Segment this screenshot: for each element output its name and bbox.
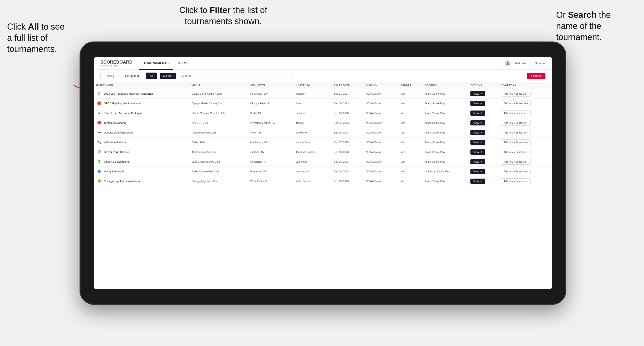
sign-out-link[interactable]: Sign out bbox=[535, 62, 546, 65]
event-name: Temple Invitational bbox=[104, 121, 126, 125]
add-to-schedule-button[interactable]: Add to My Schedule + bbox=[501, 91, 531, 97]
separator: | bbox=[530, 62, 531, 65]
filter-button[interactable]: ≡ Filter bbox=[160, 73, 176, 79]
cell-scoring: Team, Stroke Play bbox=[422, 118, 468, 128]
cell-competing: Add to My Schedule + bbox=[499, 99, 552, 108]
cell-hosted-by: Wake Forest bbox=[293, 176, 332, 186]
cell-competing: Add to My Schedule + bbox=[499, 176, 552, 186]
team-logo: 🔶 bbox=[96, 178, 102, 184]
col-city: CITY, STATE bbox=[248, 82, 293, 89]
team-logo: 🔷 bbox=[96, 169, 102, 174]
annotation-topleft: Click All to see a full list of tourname… bbox=[7, 21, 69, 54]
filter-label: Filter bbox=[166, 74, 173, 78]
view-button[interactable]: View 👁 bbox=[470, 178, 485, 184]
eye-icon: 👁 bbox=[480, 161, 482, 163]
team-logo: 🏅 bbox=[96, 159, 102, 165]
view-button[interactable]: View 👁 bbox=[470, 91, 485, 96]
view-button[interactable]: View 👁 bbox=[470, 149, 485, 155]
cell-competing: Add to My Schedule + bbox=[499, 147, 552, 157]
event-name: Chicago Highlands Invitational bbox=[104, 179, 140, 183]
toolbar: Hosting Competing All ≡ Filter + Create bbox=[94, 70, 552, 82]
cell-division: NCAA Division I bbox=[364, 99, 398, 108]
cell-event-name: 🔺 Ryan T. Lee Memorial Collegiate bbox=[94, 108, 189, 118]
add-to-schedule-button[interactable]: Add to My Schedule + bbox=[501, 101, 531, 106]
add-to-schedule-button[interactable]: Add to My Schedule + bbox=[501, 169, 531, 174]
table-row: 🔺 Ryan T. Lee Memorial Collegiate Shuttl… bbox=[94, 108, 552, 118]
eye-icon: 👁 bbox=[480, 170, 482, 173]
cell-scoring: Team, Stroke Play bbox=[422, 157, 468, 167]
annotation-topright: Or Search thename of thetournament. bbox=[556, 9, 637, 43]
cell-start-date: Sep 15, 2023 bbox=[332, 99, 364, 108]
cell-hosted-by: Marshall bbox=[293, 89, 332, 99]
event-name: Wildcat Invitational bbox=[104, 140, 126, 144]
add-to-schedule-button[interactable]: Add to My Schedule + bbox=[501, 178, 531, 184]
cell-start-date: Sep 16, 2023 bbox=[332, 118, 364, 128]
cell-venue: Colbert Hills bbox=[189, 138, 248, 147]
add-to-schedule-button[interactable]: Add to My Schedule + bbox=[501, 140, 531, 145]
cell-hosted-by: Kansas State bbox=[293, 138, 332, 147]
competing-tab[interactable]: Competing bbox=[121, 73, 143, 79]
view-button[interactable]: View 👁 bbox=[470, 169, 485, 174]
view-button[interactable]: View 👁 bbox=[470, 101, 485, 106]
add-to-schedule-button[interactable]: Add to My Schedule + bbox=[501, 159, 531, 165]
cell-hosted-by: Washington bbox=[293, 167, 332, 176]
cell-competing: Add to My Schedule + bbox=[499, 118, 552, 128]
cell-event-name: 🔷 Husky Individual bbox=[94, 167, 189, 176]
cell-scoring: Team, Stroke Play bbox=[422, 147, 468, 157]
add-to-schedule-button[interactable]: Add to My Schedule + bbox=[501, 110, 531, 116]
eye-icon: 👁 bbox=[480, 112, 482, 115]
cell-division: NCAA Division I bbox=[364, 167, 398, 176]
eye-icon: 👁 bbox=[480, 102, 482, 105]
cell-event-name: 🛡️ Grover Page Classic bbox=[94, 147, 189, 157]
event-name: Ryan T. Lee Memorial Collegiate bbox=[104, 111, 143, 115]
view-button[interactable]: View 👁 bbox=[470, 130, 485, 135]
col-scoring: SCORING bbox=[422, 82, 468, 89]
hosting-tab[interactable]: Hosting bbox=[100, 73, 118, 79]
cell-division: NCAA Division I bbox=[364, 108, 398, 118]
cell-actions: View 👁 bbox=[468, 128, 498, 138]
cell-event-name: 🔴 OFCC Fighting Illini Invitational bbox=[94, 99, 189, 108]
view-button[interactable]: View 👁 bbox=[470, 120, 485, 126]
cell-start-date: Sep 11, 2023 bbox=[332, 89, 364, 99]
cell-start-date: Sep 18, 2023 bbox=[332, 157, 364, 167]
cell-hosted-by: Valparaiso bbox=[293, 157, 332, 167]
cell-venue: Jackson Country Club bbox=[189, 147, 248, 157]
nav-tab-teams[interactable]: TEAMS bbox=[173, 57, 193, 70]
tablet-frame: SCOREBOARD Powered by clippd TOURNAMENTS… bbox=[80, 41, 566, 305]
logo-area: SCOREBOARD Powered by clippd bbox=[100, 60, 132, 67]
cell-competing: Add to My Schedule + bbox=[499, 89, 552, 99]
eye-icon: 👁 bbox=[480, 92, 482, 95]
nav-tab-tournaments[interactable]: TOURNAMENTS bbox=[139, 57, 173, 70]
table-row: 🏅 Valpo Fall Invitational Sand Creek Cou… bbox=[94, 157, 552, 167]
add-to-schedule-button[interactable]: Add to My Schedule + bbox=[501, 130, 531, 135]
view-button[interactable]: View 👁 bbox=[470, 111, 485, 116]
view-button[interactable]: View 👁 bbox=[470, 159, 485, 164]
search-input[interactable] bbox=[179, 73, 293, 79]
cell-hosted-by: Temple bbox=[293, 118, 332, 128]
create-button[interactable]: + Create bbox=[527, 73, 546, 79]
col-division: DIVISION bbox=[364, 82, 398, 89]
team-logo: 🛡️ bbox=[96, 149, 102, 155]
user-name: Test User bbox=[514, 62, 527, 65]
cell-start-date: Sep 16, 2023 bbox=[332, 128, 364, 138]
cell-division: NCAA Division I bbox=[364, 176, 398, 186]
cell-gender: Men bbox=[398, 138, 422, 147]
cell-actions: View 👁 bbox=[468, 147, 498, 157]
event-name: 2023 Joe Feaganes Marshall Invitational bbox=[104, 92, 153, 96]
cell-actions: View 👁 bbox=[468, 118, 498, 128]
add-to-schedule-button[interactable]: Add to My Schedule + bbox=[501, 149, 531, 155]
cell-city: Olympia Fields, IL bbox=[248, 99, 293, 108]
cell-scoring: Team, Stroke Play bbox=[422, 138, 468, 147]
cell-scoring: Team, Stroke Play bbox=[422, 128, 468, 138]
table-row: 🔶 Chicago Highlands Invitational Chicago… bbox=[94, 176, 552, 186]
cell-scoring: Team, Stroke Play bbox=[422, 89, 468, 99]
add-to-schedule-button[interactable]: Add to My Schedule + bbox=[501, 120, 531, 126]
app-header: SCOREBOARD Powered by clippd TOURNAMENTS… bbox=[94, 57, 552, 70]
table-row: 🔴 OFCC Fighting Illini Invitational Olym… bbox=[94, 99, 552, 108]
view-button[interactable]: View 👁 bbox=[470, 140, 485, 145]
cell-event-name: 🏅 Valpo Fall Invitational bbox=[94, 157, 189, 167]
all-tab[interactable]: All bbox=[146, 73, 157, 79]
tablet-screen: SCOREBOARD Powered by clippd TOURNAMENTS… bbox=[94, 57, 552, 289]
team-logo: 🏌️ bbox=[96, 91, 102, 97]
col-event-name: EVENT NAME bbox=[94, 82, 189, 89]
